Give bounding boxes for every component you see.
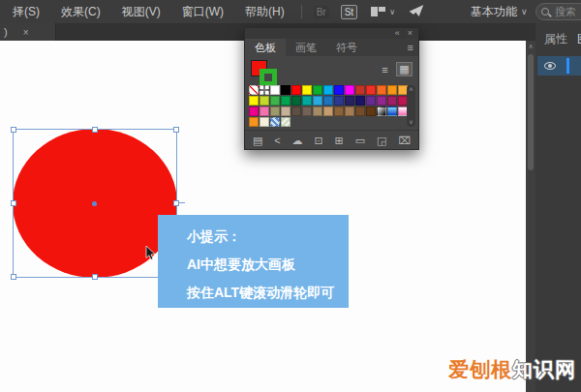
swatch-2-7[interactable] <box>323 106 333 116</box>
swatch-0-13[interactable] <box>387 85 397 95</box>
swatch-3-1[interactable] <box>260 117 269 127</box>
arrange-documents-icon[interactable] <box>371 7 385 16</box>
swatch-1-3[interactable] <box>281 96 290 106</box>
chevron-down-icon[interactable]: ∨ <box>389 8 395 16</box>
tab-layers[interactable]: 图 <box>577 31 581 47</box>
close-icon[interactable]: × <box>23 27 29 38</box>
swatches-tab-1[interactable]: 画笔 <box>286 39 326 56</box>
swatches-panel-header: « × <box>245 28 418 39</box>
add-to-library-icon[interactable]: < <box>274 132 280 149</box>
swatch-0-0[interactable] <box>249 85 259 95</box>
list-view-icon[interactable]: ≡ <box>377 62 393 76</box>
swatch-0-9[interactable] <box>345 85 354 95</box>
tip-line-1: AI中想要放大画板 <box>187 251 349 279</box>
swatch-1-7[interactable] <box>323 96 333 106</box>
swatch-0-10[interactable] <box>355 85 365 95</box>
swatch-0-8[interactable] <box>334 85 344 95</box>
grid-view-icon[interactable]: ▦ <box>396 62 413 76</box>
swatch-1-12[interactable] <box>377 96 386 106</box>
swatch-1-13[interactable] <box>387 96 397 106</box>
swatch-1-10[interactable] <box>355 96 365 106</box>
swatches-tab-2[interactable]: 符号 <box>326 39 367 56</box>
swatch-2-9[interactable] <box>345 106 354 116</box>
swatch-0-2[interactable] <box>270 85 280 95</box>
menu-item-4[interactable]: 帮助(H) <box>234 0 295 23</box>
swatch-2-5[interactable] <box>302 106 312 116</box>
swatch-2-0[interactable] <box>249 106 259 116</box>
swatch-options-icon[interactable]: ⊞ <box>335 132 344 149</box>
swatch-0-12[interactable] <box>377 85 386 95</box>
selection-handle-5[interactable] <box>11 274 16 280</box>
swatch-libraries-icon[interactable]: ▤ <box>253 132 262 149</box>
share-plane-icon[interactable] <box>409 4 424 20</box>
color-themes-icon[interactable]: ☁ <box>292 132 303 149</box>
swatch-1-5[interactable] <box>302 96 312 106</box>
bridge-badge[interactable]: Br <box>314 6 329 18</box>
menu-item-1[interactable]: 效果(C) <box>50 0 111 23</box>
selection-handle-0[interactable] <box>11 127 16 133</box>
swatch-1-0[interactable] <box>249 96 259 106</box>
swatch-2-2[interactable] <box>270 106 280 116</box>
swatch-3-2[interactable] <box>270 117 280 127</box>
visibility-eye-icon[interactable] <box>544 62 556 70</box>
swatch-1-11[interactable] <box>366 96 376 106</box>
swatch-0-4[interactable] <box>291 85 301 95</box>
swatch-2-6[interactable] <box>313 106 322 116</box>
swatch-0-6[interactable] <box>313 85 322 95</box>
swatch-scrollbar[interactable]: ∧ ∨ <box>407 85 415 127</box>
swatch-2-12[interactable] <box>377 106 386 116</box>
close-panel-icon[interactable]: × <box>408 29 413 38</box>
swatch-0-5[interactable] <box>302 85 312 95</box>
tab-properties[interactable]: 属性 <box>544 31 567 47</box>
swatch-2-8[interactable] <box>334 106 344 116</box>
swatch-row-3 <box>249 117 408 127</box>
layer-row[interactable] <box>537 56 581 75</box>
swatch-2-3[interactable] <box>281 106 290 116</box>
swatch-1-6[interactable] <box>313 96 322 106</box>
document-tab[interactable]: ) × <box>0 23 56 41</box>
search-box[interactable]: 搜索 <box>535 3 581 20</box>
menu-item-3[interactable]: 窗口(W) <box>171 0 234 23</box>
delete-swatch-icon[interactable]: ⌧ <box>398 132 411 149</box>
swatch-0-1[interactable] <box>260 85 269 95</box>
swatch-3-0[interactable] <box>249 117 259 127</box>
stock-badge[interactable]: St <box>341 5 357 19</box>
swatch-2-10[interactable] <box>355 106 365 116</box>
swatch-1-9[interactable] <box>345 96 354 106</box>
stroke-color-indicator[interactable] <box>260 69 277 86</box>
swatch-0-7[interactable] <box>323 85 333 95</box>
watermark-part2: 知识网 <box>512 358 576 380</box>
menu-items: 择(S)效果(C)视图(V)窗口(W)帮助(H) <box>2 0 295 23</box>
swatch-1-4[interactable] <box>291 96 301 106</box>
selection-side-tick <box>178 202 185 203</box>
selection-center-point[interactable] <box>92 201 97 206</box>
swatch-3-3[interactable] <box>281 117 290 127</box>
swatch-scroll-up-icon[interactable]: ∧ <box>407 85 415 94</box>
swatch-2-4[interactable] <box>291 106 301 116</box>
swatch-0-11[interactable] <box>366 85 376 95</box>
search-placeholder: 搜索 <box>555 5 576 19</box>
swatches-tab-0[interactable]: 色板 <box>245 39 286 56</box>
swatch-0-3[interactable] <box>281 85 290 95</box>
collapse-panel-icon[interactable]: « <box>395 29 400 38</box>
workspace-switcher[interactable]: 基本功能 ∨ <box>471 0 532 23</box>
swatch-1-8[interactable] <box>334 96 344 106</box>
panel-menu-icon[interactable]: ≡ <box>408 42 413 53</box>
tip-box: 小提示：AI中想要放大画板按住ALT键滚动滑轮即可 <box>158 215 349 308</box>
scroll-up-icon[interactable]: ∧ <box>526 41 535 52</box>
swatch-1-2[interactable] <box>270 96 280 106</box>
scrollbar-thumb[interactable] <box>528 54 534 170</box>
menu-item-2[interactable]: 视图(V) <box>111 0 171 23</box>
selection-handle-2[interactable] <box>173 127 179 133</box>
swatch-2-11[interactable] <box>366 106 376 116</box>
swatch-scroll-down-icon[interactable]: ∨ <box>407 118 415 127</box>
swatches-panel: « × 色板画笔符号≡ ≡ ▦ ∧ ∨ ▤<☁⊡⊞▭◲⌧ <box>244 27 419 150</box>
swatch-1-1[interactable] <box>260 96 269 106</box>
new-color-group-icon[interactable]: ▭ <box>355 132 365 149</box>
swatch-kinds-icon[interactable]: ⊡ <box>314 132 322 149</box>
swatch-2-1[interactable] <box>260 106 269 116</box>
canvas-vertical-scrollbar[interactable]: ∧ <box>526 41 535 392</box>
swatch-2-13[interactable] <box>387 106 397 116</box>
menu-item-0[interactable]: 择(S) <box>2 0 50 23</box>
new-swatch-icon[interactable]: ◲ <box>377 132 386 149</box>
